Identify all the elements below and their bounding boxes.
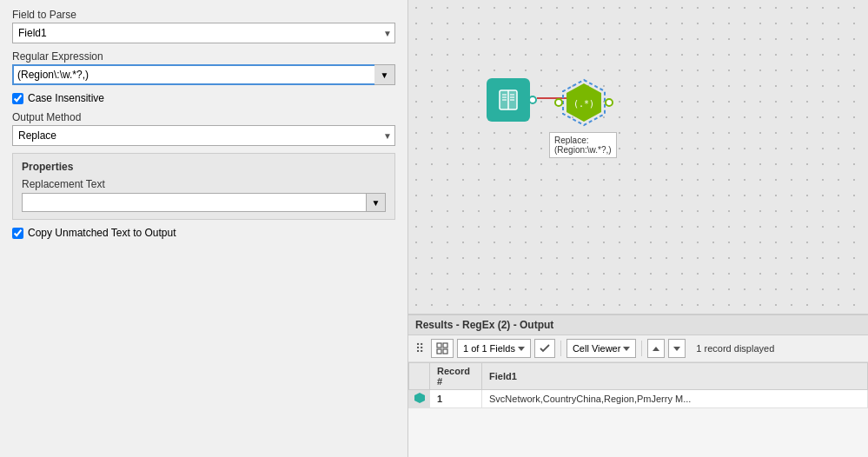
regex-label: Regular Expression	[12, 50, 395, 63]
grid-icon	[436, 342, 448, 354]
regex-connector-right	[605, 98, 613, 107]
cell-viewer-button[interactable]: Cell Viewer	[567, 339, 636, 358]
regex-section: Regular Expression ▼	[12, 50, 395, 85]
output-method-wrapper: Replace ▼	[12, 125, 395, 146]
output-method-select[interactable]: Replace	[12, 125, 395, 146]
toolbar-dots-icon: ⠿	[415, 342, 424, 354]
regex-input-wrapper: ▼	[12, 64, 395, 85]
results-panel: Results - RegEx (2) - Output ⠿ 1 of 1 Fi…	[408, 314, 868, 457]
fields-chevron-icon	[518, 347, 525, 351]
main-container: Field to Parse Field1 ▼ Regular Expressi…	[0, 0, 868, 457]
sort-down-icon	[673, 347, 680, 351]
node-label: Replace:(Region:\w.*?,)	[549, 132, 617, 158]
regex-input[interactable]	[12, 64, 395, 85]
field-to-parse-label: Field to Parse	[12, 9, 395, 21]
replacement-wrapper: ▼	[22, 193, 386, 212]
replacement-text-label: Replacement Text	[22, 178, 386, 190]
toolbar-separator-1	[560, 341, 561, 356]
regex-connector-left	[554, 98, 563, 107]
th-icon	[409, 363, 430, 390]
checkmark-icon	[540, 343, 550, 354]
svg-rect-15	[443, 349, 447, 354]
field-to-parse-select[interactable]: Field1	[12, 23, 395, 43]
row-type-icon	[414, 392, 426, 404]
copy-unmatched-checkbox[interactable]	[12, 228, 23, 239]
checkmark-button[interactable]	[534, 339, 555, 358]
svg-marker-16	[414, 393, 425, 403]
properties-section: Properties Replacement Text ▼	[12, 153, 395, 220]
cell-viewer-label: Cell Viewer	[573, 343, 620, 354]
regex-chevron-icon: ▼	[381, 70, 389, 80]
results-header: Results - RegEx (2) - Output	[408, 315, 868, 335]
th-record-num: Record #	[430, 363, 482, 390]
field-to-parse-section: Field to Parse Field1 ▼	[12, 9, 395, 43]
properties-title: Properties	[22, 161, 386, 173]
copy-unmatched-label: Copy Unmatched Text to Output	[28, 227, 176, 239]
grid-view-button[interactable]	[431, 339, 454, 358]
th-field1: Field1	[482, 363, 868, 390]
row-record-num: 1	[430, 390, 482, 408]
regex-dropdown-button[interactable]: ▼	[374, 64, 395, 85]
results-table: Record # Field1 1SvcNetwork,CountryChina…	[408, 362, 868, 457]
canvas-area: (.*) Replace:(Region:\w.*?,)	[408, 0, 868, 314]
svg-text:(.*): (.*)	[573, 99, 594, 109]
results-title: Results - RegEx (2) - Output	[415, 319, 553, 331]
left-panel: Field to Parse Field1 ▼ Regular Expressi…	[0, 0, 408, 457]
output-method-label: Output Method	[12, 111, 395, 123]
fields-count-text: 1 of 1 Fields	[463, 343, 515, 354]
results-toolbar: ⠿ 1 of 1 Fields	[408, 335, 868, 362]
case-insensitive-label: Case Insensitive	[28, 92, 104, 104]
record-count-text: 1 record displayed	[696, 343, 774, 354]
replacement-text-input[interactable]	[22, 193, 367, 212]
sort-desc-button[interactable]	[668, 339, 686, 358]
case-insensitive-row: Case Insensitive	[12, 92, 395, 104]
cell-viewer-chevron-icon	[623, 347, 630, 351]
right-panel: (.*) Replace:(Region:\w.*?,) Results - R…	[408, 0, 868, 457]
replacement-chevron-icon: ▼	[372, 198, 381, 208]
sort-asc-button[interactable]	[647, 339, 665, 358]
row-type-icon-cell	[409, 390, 430, 408]
results-tbody: 1SvcNetwork,CountryChina,Region,PmJerry …	[409, 390, 868, 408]
book-icon	[496, 88, 520, 112]
case-insensitive-checkbox[interactable]	[12, 93, 23, 104]
regex-node[interactable]: (.*)	[560, 78, 608, 127]
svg-rect-12	[437, 343, 441, 348]
table-row: 1SvcNetwork,CountryChina,Region,PmJerry …	[409, 390, 868, 408]
svg-rect-13	[443, 343, 447, 348]
output-method-section: Output Method Replace ▼	[12, 111, 395, 146]
sort-up-icon	[653, 347, 659, 351]
data-table: Record # Field1 1SvcNetwork,CountryChina…	[408, 362, 868, 408]
col-field1-label: Field1	[489, 371, 517, 381]
svg-rect-14	[437, 349, 441, 354]
replacement-dropdown-button[interactable]: ▼	[367, 193, 386, 212]
book-node-connector-right	[528, 96, 537, 104]
book-node[interactable]	[487, 78, 530, 122]
field-to-parse-wrapper: Field1 ▼	[12, 23, 395, 43]
fields-count-button[interactable]: 1 of 1 Fields	[457, 339, 531, 358]
node-label-text: Replace:(Region:\w.*?,)	[554, 136, 612, 155]
regex-hexagon-icon: (.*)	[560, 78, 608, 127]
copy-unmatched-row: Copy Unmatched Text to Output	[12, 227, 395, 239]
table-header-row: Record # Field1	[409, 363, 868, 390]
col-record-label: Record #	[437, 366, 470, 387]
row-field1: SvcNetwork,CountryChina,Region,PmJerry M…	[482, 390, 868, 408]
toolbar-separator-2	[641, 341, 642, 356]
